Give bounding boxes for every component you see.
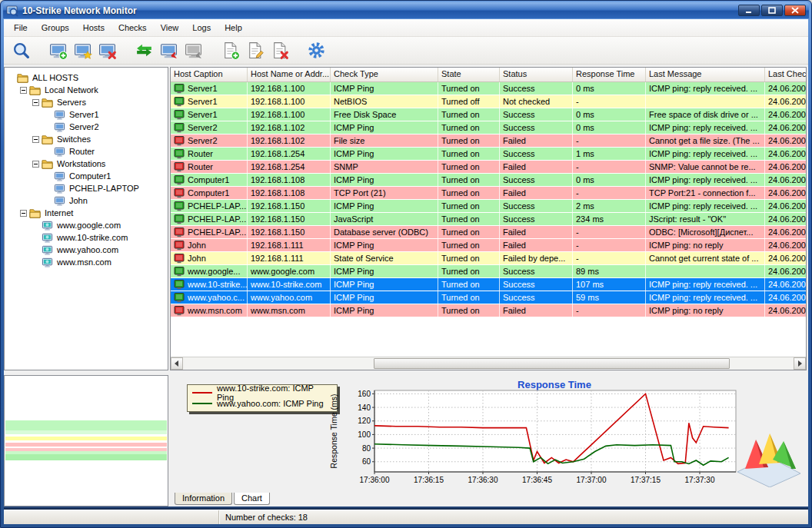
tree-item-label: John bbox=[69, 196, 88, 205]
tree-item-label: www.yahoo.com bbox=[57, 245, 118, 254]
folder-icon bbox=[42, 158, 54, 170]
check-row-server2-icmp-ping[interactable]: Server2192.168.1.102ICMP PingTurned onSu… bbox=[171, 121, 806, 134]
tree-item-server1[interactable]: Server1 bbox=[5, 108, 168, 121]
tree-item-all-hosts[interactable]: ALL HOSTS bbox=[5, 71, 168, 84]
decoration-3d-chart-icon bbox=[733, 410, 802, 487]
summary-panel bbox=[4, 375, 168, 506]
check-row-john-state-of-service[interactable]: John192.168.1.111State of ServiceTurned … bbox=[171, 252, 806, 265]
stop-monitoring-icon[interactable] bbox=[182, 40, 204, 61]
check-row-server1-netbios[interactable]: Server1192.168.1.100NetBIOSTurned offNot… bbox=[171, 95, 806, 108]
check-row-computer1-tcp-port-21[interactable]: Computer1192.168.1.108TCP Port (21)Turne… bbox=[171, 187, 806, 200]
check-row-www-google-icmp-ping[interactable]: www.google...www.google.comICMP PingTurn… bbox=[171, 265, 806, 278]
start-monitoring-icon[interactable] bbox=[158, 40, 179, 61]
menu-view[interactable]: View bbox=[154, 21, 186, 35]
check-row-router-icmp-ping[interactable]: Router192.168.1.254ICMP PingTurned onSuc… bbox=[171, 148, 806, 161]
menu-checks[interactable]: Checks bbox=[111, 21, 154, 35]
cell-response-time: 0 ms bbox=[573, 108, 646, 121]
tree-item-server2[interactable]: Server2 bbox=[5, 121, 168, 133]
tree-item-pchelp-laptop[interactable]: PCHELP-LAPTOP bbox=[5, 182, 168, 194]
minimize-button[interactable] bbox=[738, 5, 760, 16]
cell-check-type: File size bbox=[331, 134, 438, 147]
cell-check-type: SNMP bbox=[331, 161, 438, 173]
column-header-host-caption[interactable]: Host Caption bbox=[171, 68, 248, 81]
expand-toggle-icon[interactable] bbox=[32, 99, 39, 106]
tree-item-servers[interactable]: Servers bbox=[5, 96, 168, 108]
tree-item-label: Internet bbox=[45, 208, 73, 218]
scroll-right-arrow[interactable] bbox=[794, 357, 806, 370]
check-row-pchelp-lap-icmp-ping[interactable]: PCHELP-LAP...192.168.1.150ICMP PingTurne… bbox=[171, 200, 806, 213]
tree-item-label: ALL HOSTS bbox=[32, 73, 78, 82]
column-header-response-time[interactable]: Response Time bbox=[573, 68, 646, 81]
delete-check-icon[interactable] bbox=[268, 40, 290, 61]
tree-item-local-network[interactable]: Local Network bbox=[5, 84, 168, 96]
tree-item-internet[interactable]: Internet bbox=[5, 207, 168, 219]
add-check-icon[interactable] bbox=[219, 40, 241, 61]
check-row-server1-free-disk-space[interactable]: Server1192.168.1.100Free Disk SpaceTurne… bbox=[171, 108, 806, 121]
column-header-state[interactable]: State bbox=[438, 68, 500, 81]
cell-last-chec: 24.06.200 bbox=[765, 174, 806, 186]
table-horizontal-scrollbar[interactable] bbox=[171, 357, 806, 370]
menu-groups[interactable]: Groups bbox=[35, 21, 76, 35]
edit-check-icon[interactable] bbox=[244, 40, 265, 61]
tree-item-router[interactable]: Router bbox=[5, 145, 168, 158]
expand-toggle-icon[interactable] bbox=[32, 136, 39, 143]
settings-icon[interactable] bbox=[305, 40, 327, 61]
web-icon bbox=[42, 220, 54, 231]
menu-logs[interactable]: Logs bbox=[185, 21, 218, 35]
tree-item-computer1[interactable]: Computer1 bbox=[5, 170, 168, 182]
check-row-server1-icmp-ping[interactable]: Server1192.168.1.100ICMP PingTurned onSu… bbox=[171, 82, 806, 95]
tree-item-workstations[interactable]: Workstations bbox=[5, 158, 168, 170]
host-status-icon bbox=[174, 162, 185, 172]
tab-chart[interactable]: Chart bbox=[234, 493, 270, 505]
titlebar[interactable]: 10-Strike Network Monitor bbox=[3, 2, 809, 18]
column-header-last-message[interactable]: Last Message bbox=[646, 68, 765, 81]
tree-item-www-msn-com[interactable]: www.msn.com bbox=[5, 256, 168, 268]
cell-host-name-or-addr: 192.168.1.100 bbox=[248, 95, 331, 108]
column-header-host-name-or-addr[interactable]: Host Name or Addr... bbox=[248, 68, 331, 81]
check-row-www-10-strike-icmp-ping[interactable]: www.10-strike...www.10-strike.comICMP Pi… bbox=[171, 278, 806, 291]
expand-toggle-icon[interactable] bbox=[20, 210, 27, 217]
tree-item-switches[interactable]: Switches bbox=[5, 133, 168, 145]
cell-status: Failed bbox=[500, 226, 573, 238]
add-host-icon[interactable] bbox=[47, 40, 68, 61]
column-header-check-type[interactable]: Check Type bbox=[331, 68, 438, 81]
menu-help[interactable]: Help bbox=[218, 21, 249, 35]
cell-last-chec: 24.06.200 bbox=[765, 95, 806, 108]
check-row-server2-file-size[interactable]: Server2192.168.1.102File sizeTurned onFa… bbox=[171, 134, 806, 148]
column-header-status[interactable]: Status bbox=[500, 68, 573, 81]
scroll-thumb[interactable] bbox=[374, 358, 730, 369]
tree-item-www-yahoo-com[interactable]: www.yahoo.com bbox=[5, 244, 168, 256]
cell-host-name-or-addr: 192.168.1.111 bbox=[248, 252, 331, 264]
close-button[interactable] bbox=[784, 5, 806, 16]
expand-toggle-icon[interactable] bbox=[32, 161, 39, 168]
add-host-wizard-icon[interactable] bbox=[72, 40, 93, 61]
delete-host-icon[interactable] bbox=[96, 40, 118, 61]
cell-response-time: - bbox=[573, 187, 646, 199]
check-row-pchelp-lap-database-server-odbc[interactable]: PCHELP-LAP...192.168.1.150Database serve… bbox=[171, 226, 806, 239]
tree-item-www-google-com[interactable]: www.google.com bbox=[5, 219, 168, 231]
cell-last-message: ICMP ping: reply received. ... bbox=[646, 121, 765, 134]
scroll-left-arrow[interactable] bbox=[171, 357, 183, 370]
check-row-computer1-icmp-ping[interactable]: Computer1192.168.1.108ICMP PingTurned on… bbox=[171, 174, 806, 187]
column-header-last-chec[interactable]: Last Chec... bbox=[765, 68, 806, 81]
check-row-john-icmp-ping[interactable]: John192.168.1.111ICMP PingTurned onFaile… bbox=[171, 239, 806, 252]
tree-item-www-10-strike-com[interactable]: www.10-strike.com bbox=[5, 231, 168, 244]
menu-file[interactable]: File bbox=[7, 21, 35, 35]
scan-network-icon[interactable] bbox=[133, 40, 155, 61]
check-row-www-yahoo-c-icmp-ping[interactable]: www.yahoo.c...www.yahoo.comICMP PingTurn… bbox=[171, 291, 806, 304]
check-row-pchelp-lap-javascript[interactable]: PCHELP-LAP...192.168.1.150JavaScriptTurn… bbox=[171, 213, 806, 226]
check-row-www-msn-com-icmp-ping[interactable]: www.msn.comwww.msn.comICMP PingTurned on… bbox=[171, 304, 806, 317]
find-host-icon[interactable] bbox=[10, 40, 32, 61]
cell-last-chec: 24.06.200 bbox=[765, 265, 806, 277]
menu-hosts[interactable]: Hosts bbox=[76, 21, 111, 35]
cell-last-message: JScript: result - "OK" bbox=[646, 213, 765, 225]
web-icon bbox=[42, 257, 54, 268]
tab-information[interactable]: Information bbox=[175, 493, 232, 505]
cell-status: Failed bbox=[500, 304, 573, 317]
host-status-icon bbox=[174, 188, 185, 198]
expand-toggle-icon[interactable] bbox=[20, 87, 27, 94]
tree-item-john[interactable]: John bbox=[5, 194, 168, 207]
check-row-router-snmp[interactable]: Router192.168.1.254SNMPTurned onFailed-S… bbox=[171, 161, 806, 174]
tree-item-label: Servers bbox=[57, 98, 86, 107]
maximize-button[interactable] bbox=[761, 5, 783, 16]
